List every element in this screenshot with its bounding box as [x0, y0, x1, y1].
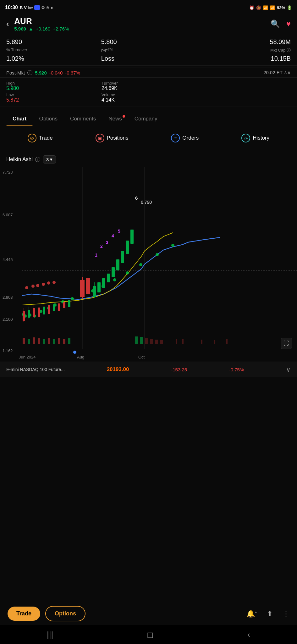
- svg-rect-44: [63, 302, 65, 308]
- post-market-row: Post-Mkt i 5.920 -0.040 -0.67% 20:02 ET …: [0, 68, 297, 78]
- turnover-label-cell: % Turnover: [6, 47, 101, 54]
- svg-text:2.100: 2.100: [3, 317, 13, 322]
- tab-options[interactable]: Options: [33, 113, 64, 126]
- svg-rect-67: [38, 338, 40, 344]
- low-label: Low: [6, 92, 100, 97]
- svg-rect-54: [107, 274, 110, 282]
- history-button[interactable]: ◷ History: [238, 131, 273, 145]
- market-data-grid: 5.890 5.800 58.09M % Turnover P/ETM Mkt …: [0, 35, 297, 64]
- bid-price-cell: 5.890: [6, 38, 101, 46]
- futures-ticker-name: E-mini NASDAQ 100 Future...: [6, 367, 65, 372]
- svg-rect-55: [112, 267, 115, 277]
- svg-rect-45: [68, 300, 70, 307]
- svg-text:7.728: 7.728: [3, 170, 13, 175]
- futures-percent: -0.75%: [229, 367, 244, 372]
- share-icon[interactable]: ⬆: [267, 610, 272, 618]
- svg-point-25: [156, 253, 159, 256]
- stock-price-row: 5.960 ▲ +0.160 +2.76%: [14, 26, 69, 31]
- ask-price-cell: 5.800: [101, 38, 196, 46]
- search-icon[interactable]: 🔍: [271, 19, 280, 28]
- pe-label-cell: P/ETM: [101, 47, 196, 54]
- svg-rect-64: [23, 338, 25, 344]
- nav-menu-icon[interactable]: |||: [47, 630, 53, 640]
- svg-rect-83: [214, 340, 215, 344]
- volume-value: 58.09M: [196, 38, 291, 46]
- svg-text:2: 2: [100, 244, 103, 249]
- svg-text:1: 1: [95, 253, 97, 258]
- svg-text:Jun 2024: Jun 2024: [19, 355, 36, 359]
- svg-rect-72: [63, 339, 65, 344]
- nav-home-icon[interactable]: ◻: [147, 630, 154, 640]
- nav-back-icon[interactable]: ‹: [247, 630, 250, 640]
- turnover-hl-cell: Turnover 24.69K: [102, 81, 195, 91]
- pe-value: Loss: [101, 55, 196, 62]
- svg-rect-42: [53, 304, 55, 311]
- tab-company[interactable]: Company: [128, 113, 164, 126]
- more-options-icon[interactable]: ⋮: [283, 610, 289, 618]
- svg-rect-69: [48, 338, 50, 344]
- bottom-icons: 🔔+ ⬆ ⋮: [246, 610, 289, 618]
- high-label: High: [6, 81, 100, 86]
- battery-icon: 🔋: [287, 5, 292, 10]
- svg-rect-40: [43, 307, 45, 314]
- mktcap-label: Mkt Cap ⓘ: [196, 47, 291, 53]
- status-right: ⏰ 🔕 📶 📶 92% 🔋: [249, 5, 292, 10]
- positions-button[interactable]: ▣ Positions: [92, 131, 132, 145]
- turnover-value-cell: 1.02%: [6, 54, 101, 63]
- ask-price: 5.800: [101, 38, 196, 46]
- high-low-grid: High 5.980 Turnover 24.69K Low 5.872 Vol…: [0, 80, 297, 104]
- favorite-icon[interactable]: ♥: [286, 19, 291, 28]
- price-change: +0.160: [36, 26, 50, 31]
- options-action-button[interactable]: Options: [45, 606, 85, 621]
- tab-chart[interactable]: Chart: [6, 113, 33, 126]
- percent-change: +2.76%: [53, 26, 69, 31]
- chart-expand-button[interactable]: ⛶: [281, 338, 292, 349]
- ticker-chevron-icon[interactable]: ∨: [286, 366, 291, 373]
- svg-point-28: [31, 285, 35, 288]
- svg-text:6: 6: [135, 195, 138, 201]
- back-button[interactable]: ‹: [6, 19, 9, 29]
- svg-rect-65: [28, 339, 30, 344]
- signal-icon: 📶: [270, 5, 275, 10]
- chart-wrapper[interactable]: 7.728 6.087 4.445 2.803 2.100 1.162: [0, 167, 297, 362]
- svg-text:Aug: Aug: [77, 355, 84, 359]
- volume-icon: 🔕: [256, 5, 261, 10]
- svg-rect-57: [121, 251, 124, 263]
- low-cell: Low 5.872: [6, 92, 100, 103]
- positions-icon: ▣: [96, 134, 104, 142]
- svg-text:1.162: 1.162: [3, 348, 13, 353]
- chart-info-icon[interactable]: i: [35, 157, 40, 162]
- svg-text:3: 3: [106, 240, 108, 245]
- chart-section: Heikin Ashi i 3 ▾ 7.728 6.087 4.445 2.80…: [0, 150, 297, 362]
- stock-ticker: AUR: [14, 16, 69, 26]
- svg-rect-74: [135, 336, 138, 344]
- turnover-pct: 1.02%: [6, 55, 101, 62]
- header-right: 🔍 ♥: [271, 19, 291, 28]
- svg-rect-82: [201, 340, 202, 344]
- current-price: 5.960: [14, 26, 26, 31]
- alert-icon[interactable]: 🔔+: [246, 610, 257, 618]
- period-selector[interactable]: 3 ▾: [43, 155, 56, 164]
- post-market-info-icon[interactable]: i: [27, 70, 32, 75]
- orders-button[interactable]: ≡ Orders: [167, 131, 202, 145]
- bid-price: 5.890: [6, 38, 101, 46]
- bottom-ticker[interactable]: E-mini NASDAQ 100 Future... 20193.00 -15…: [0, 362, 297, 377]
- volume-hl-value: 4.14K: [102, 97, 195, 103]
- turnover-hl-value: 24.69K: [102, 86, 195, 91]
- trade-button[interactable]: ⊘ Trade: [24, 131, 57, 145]
- status-bar: 10:30 B V Inv ⚙ ≋ ● ⏰ 🔕 📶 📶 92% 🔋: [0, 0, 297, 14]
- battery-level: 92%: [277, 5, 285, 10]
- svg-rect-52: [97, 282, 101, 292]
- tab-comments[interactable]: Comments: [64, 113, 102, 126]
- bottom-action-bar: Trade Options 🔔+ ⬆ ⋮: [0, 602, 297, 625]
- chart-svg: 7.728 6.087 4.445 2.803 2.100 1.162: [0, 167, 297, 362]
- tabs-container: Chart Options Comments News Company: [0, 109, 297, 126]
- tab-news[interactable]: News: [102, 113, 128, 126]
- svg-rect-84: [226, 339, 228, 344]
- post-market-price: 5.920: [35, 70, 47, 75]
- trade-action-button[interactable]: Trade: [8, 607, 40, 621]
- low-value: 5.872: [6, 97, 100, 103]
- alarm-icon: ⏰: [249, 5, 254, 10]
- post-market-change: -0.040: [49, 70, 63, 75]
- stock-info: AUR 5.960 ▲ +0.160 +2.76%: [14, 16, 69, 31]
